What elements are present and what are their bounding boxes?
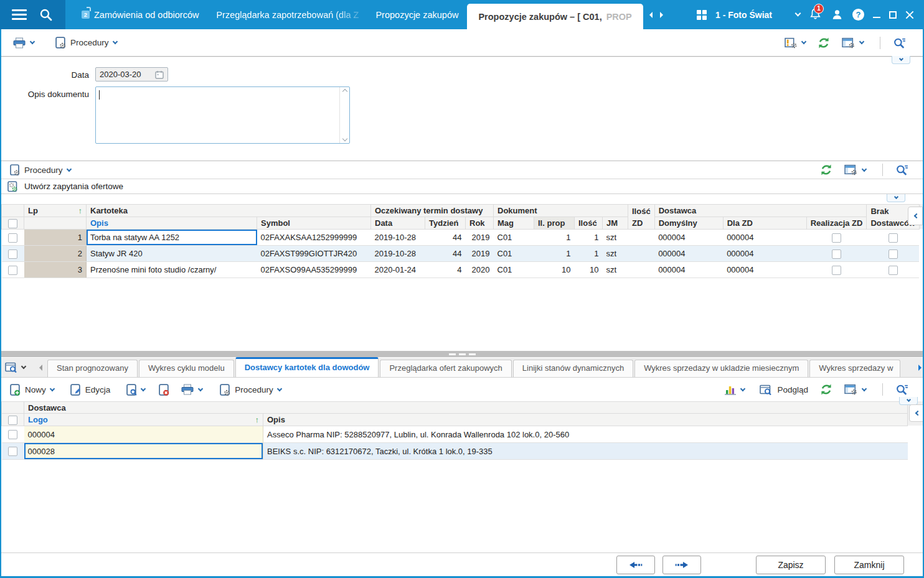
cell-jm[interactable]: szt <box>603 246 628 262</box>
delete-button[interactable] <box>155 382 173 398</box>
tab-linijki-stanow[interactable]: Linijki stanów dynamicznych <box>513 360 633 377</box>
notifications-button[interactable]: 1 <box>809 7 822 22</box>
zamknij-button[interactable]: Zamknij <box>834 556 904 574</box>
cell-ilosc[interactable]: 1 <box>575 230 603 246</box>
grid-settings-button[interactable] <box>841 382 870 397</box>
nowy-button[interactable]: Nowy <box>6 382 58 398</box>
cell-rok[interactable]: 2019 <box>466 230 494 246</box>
scroll-up-icon[interactable] <box>342 89 347 94</box>
window-close-icon[interactable] <box>905 11 914 19</box>
realizacja-zd-checkbox[interactable] <box>832 249 841 259</box>
cell-opis-selected[interactable]: Torba na statyw AA 1252 <box>87 230 257 246</box>
cell-dla-zd[interactable]: 000004 <box>723 246 806 262</box>
cell-dla-zd[interactable]: 000004 <box>723 230 806 246</box>
opis-dokumentu-textarea[interactable] <box>95 86 350 144</box>
cell-ilosc-zd[interactable] <box>628 246 655 262</box>
window-maximize-icon[interactable] <box>889 11 897 19</box>
window-minimize-icon[interactable] <box>873 17 880 18</box>
cell-rok[interactable]: 2020 <box>466 262 494 278</box>
cell-il-prop[interactable]: 10 <box>534 262 575 278</box>
row-checkbox[interactable] <box>8 249 17 259</box>
col-rok[interactable]: Rok <box>466 217 494 230</box>
grid-settings-button[interactable] <box>841 162 870 177</box>
tab-propozycje-zakupow-dokument[interactable]: Propozycje zakupów – [ C01, PROP <box>467 4 643 29</box>
col-group-dokument[interactable]: Dokument <box>494 205 628 217</box>
search-filter-icon[interactable] <box>895 383 909 396</box>
cell-mag[interactable]: C01 <box>494 246 534 262</box>
tab-przegladarka-ofert[interactable]: Przeglądarka ofert zakupowych <box>380 360 511 377</box>
tabs-scroll-right-icon[interactable] <box>918 365 922 371</box>
cell-jm[interactable]: szt <box>603 262 628 278</box>
cell-domyslny[interactable]: 000004 <box>654 262 723 278</box>
cell-lp[interactable]: 1 <box>24 230 87 246</box>
row-checkbox[interactable] <box>8 447 17 456</box>
col-realizacja-zd[interactable]: Realizacja ZD <box>806 217 867 230</box>
refresh-icon[interactable] <box>819 383 833 396</box>
cell-logo[interactable]: 000004 <box>24 426 263 443</box>
tab-wykres-cyklu-modelu[interactable]: Wykres cyklu modelu <box>139 360 234 377</box>
col-ilosc[interactable]: Ilość <box>575 217 603 230</box>
col-group-dostawca[interactable]: Dostawca <box>654 205 867 217</box>
cell-rok[interactable]: 2019 <box>466 246 494 262</box>
table-row[interactable]: 000028 BEIKS s.c. NIP: 6312170672, Taczk… <box>2 443 908 460</box>
col-domyslny[interactable]: Domyślny <box>654 217 723 230</box>
col-group-termin[interactable]: Oczekiwany termin dostawy <box>371 205 494 217</box>
search-filter-icon[interactable] <box>895 164 909 176</box>
select-all-checkbox[interactable] <box>8 416 17 425</box>
side-panel-handle[interactable] <box>908 207 923 225</box>
tab-stan-prognozowany[interactable]: Stan prognozowany <box>47 360 138 377</box>
col-logo[interactable]: Logo↑ <box>24 414 263 426</box>
cell-symbol[interactable]: 02FAXAKSAA1252999999 <box>257 230 371 246</box>
search-icon[interactable] <box>39 7 54 22</box>
edycja-button[interactable]: Edycja <box>67 382 115 398</box>
create-rfq-button[interactable]: Utwórz zapytania ofertowe <box>0 179 924 194</box>
col-tydzien[interactable]: Tydzień <box>425 217 466 230</box>
tab-zamowienia-od-odbiorcow[interactable]: 2 Zamówienia od odbiorców <box>73 0 207 29</box>
data-field[interactable]: 2020-03-20 <box>95 67 168 82</box>
collapse-grid-handle[interactable] <box>887 194 905 202</box>
cell-opis[interactable]: Asseco Pharma NIP: 5288520977, Lublin, u… <box>263 426 908 443</box>
cell-opis[interactable]: Przenośne mini foto studio /czarny/ <box>87 262 257 278</box>
cell-symbol[interactable]: 02FAXST999GIOTTJR420 <box>257 246 371 262</box>
col-opis[interactable]: Opis <box>263 414 908 426</box>
table-row[interactable]: 2 Statyw JR 420 02FAXST999GIOTTJR420 201… <box>2 246 920 262</box>
cell-il-prop[interactable]: 1 <box>534 246 575 262</box>
tab-scroll-left-icon[interactable] <box>649 12 653 18</box>
detail-panel-menu[interactable] <box>5 362 26 373</box>
tab-scroll-right-icon[interactable] <box>660 12 663 18</box>
workspace-chevron-down-icon[interactable] <box>795 11 801 17</box>
col-group-kartoteka[interactable]: Kartoteka <box>87 205 371 217</box>
col-ilosc-zd[interactable]: IlośćZD <box>628 205 655 230</box>
print-button[interactable] <box>9 35 38 50</box>
col-opis[interactable]: Opis <box>87 217 257 230</box>
row-checkbox[interactable] <box>8 430 17 439</box>
collapse-panel-handle[interactable] <box>892 56 910 64</box>
grid-settings-button[interactable] <box>838 35 867 50</box>
calendar-icon[interactable] <box>155 70 164 79</box>
apps-grid-icon[interactable] <box>697 10 707 20</box>
col-group-dostawca[interactable]: Dostawca <box>24 402 908 414</box>
help-icon[interactable]: ? <box>852 9 864 21</box>
procedury-button[interactable]: Procedury <box>52 35 121 50</box>
cell-tydzien[interactable]: 44 <box>425 230 466 246</box>
col-symbol[interactable]: Symbol <box>257 217 371 230</box>
row-checkbox[interactable] <box>8 266 17 275</box>
cell-lp[interactable]: 2 <box>24 246 87 262</box>
scroll-down-icon[interactable] <box>342 136 347 141</box>
realizacja-zd-checkbox[interactable] <box>832 233 841 243</box>
alerts-settings-button[interactable] <box>781 35 809 50</box>
brak-dostawcow-checkbox[interactable] <box>889 249 898 259</box>
previous-record-button[interactable] <box>616 556 655 574</box>
table-row[interactable]: 1 Torba na statyw AA 1252 02FAXAKSAA1252… <box>2 230 920 246</box>
tab-wykres-sprzedazy-2[interactable]: Wykres sprzedazy w <box>809 360 900 377</box>
col-data[interactable]: Data <box>371 217 425 230</box>
cell-tydzien[interactable]: 44 <box>425 246 466 262</box>
tab-wykres-sprzedazy-miesiecznie[interactable]: Wykres sprzedazy w ukladzie miesiecznym <box>634 360 808 377</box>
cell-symbol[interactable]: 02FAXSO99AA535299999 <box>257 262 371 278</box>
cell-dla-zd[interactable]: 000004 <box>723 262 806 278</box>
hamburger-menu-icon[interactable] <box>12 9 27 20</box>
cell-data[interactable]: 2019-10-28 <box>371 230 425 246</box>
view-record-button[interactable] <box>123 382 149 398</box>
cell-domyslny[interactable]: 000004 <box>654 246 723 262</box>
tab-dostawcy-kartotek[interactable]: Dostawcy kartotek dla dowodów <box>235 357 379 377</box>
